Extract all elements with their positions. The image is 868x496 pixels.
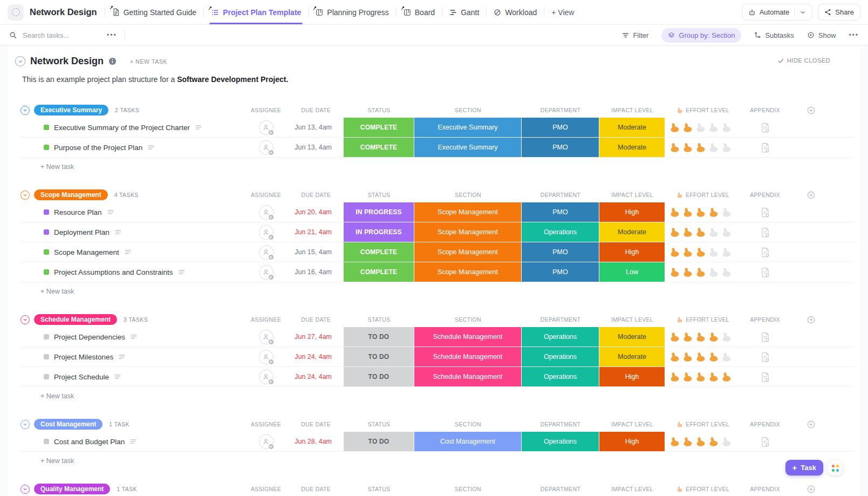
section-value[interactable]: Schedule Management <box>414 327 521 346</box>
status-value[interactable]: COMPLETE <box>344 138 414 157</box>
due-date[interactable]: Jun 13, 4am <box>284 144 332 151</box>
department-value[interactable]: PMO <box>522 202 599 222</box>
section-value[interactable]: Scope Management <box>414 242 521 262</box>
section-value[interactable]: Schedule Management <box>414 367 521 386</box>
due-date[interactable]: Jun 27, 4am <box>284 333 332 341</box>
department-value[interactable]: Operations <box>522 432 599 451</box>
task-status-square[interactable] <box>44 209 49 215</box>
tab-project-plan-template[interactable]: Project Plan Template <box>204 0 308 24</box>
section-value[interactable]: Executive Summary <box>414 118 521 137</box>
group-collapse-chevron[interactable] <box>20 315 30 324</box>
tab-board[interactable]: Board <box>397 0 442 24</box>
assignee-add-button[interactable]: + <box>259 265 274 280</box>
hide-closed-toggle[interactable]: HIDE CLOSED <box>778 57 830 64</box>
task-status-square[interactable] <box>44 229 49 235</box>
assignee-add-button[interactable]: + <box>259 370 274 384</box>
due-date[interactable]: Jun 21, 4am <box>284 228 332 236</box>
tab-gantt[interactable]: Gantt <box>442 0 486 24</box>
tab-workload[interactable]: Workload <box>487 0 544 24</box>
impact-level-value[interactable]: Moderate <box>599 138 665 157</box>
impact-level-value[interactable]: Moderate <box>599 118 665 137</box>
task-name[interactable]: Cost and Budget Plan <box>54 438 125 446</box>
task-name[interactable]: Executive Summary of the Project Charter <box>54 124 190 132</box>
group-collapse-chevron[interactable] <box>20 420 30 429</box>
appendix-attachment-icon[interactable] <box>741 207 789 218</box>
department-value[interactable]: PMO <box>522 242 599 262</box>
due-date[interactable]: Jun 16, 4am <box>284 268 332 276</box>
task-description-icon[interactable] <box>129 438 137 445</box>
task-name[interactable]: Project Schedule <box>54 373 109 381</box>
new-task-top-button[interactable]: + NEW TASK <box>130 58 167 65</box>
task-status-square[interactable] <box>44 269 49 275</box>
status-value[interactable]: COMPLETE <box>344 118 414 137</box>
task-status-square[interactable] <box>44 354 49 359</box>
effort-level-value[interactable] <box>665 331 741 343</box>
appendix-attachment-icon[interactable] <box>741 437 789 447</box>
status-value[interactable]: IN PROGRESS <box>344 222 414 242</box>
toolbar-more-button[interactable]: ••• <box>849 31 859 39</box>
task-description-icon[interactable] <box>130 333 138 341</box>
group-pill[interactable]: Executive Summary <box>34 105 108 115</box>
task-name[interactable]: Purpose of the Project Plan <box>54 144 142 152</box>
task-name[interactable]: Scope Management <box>54 248 119 256</box>
task-description-icon[interactable] <box>195 124 202 131</box>
task-name[interactable]: Project Dependencies <box>54 333 125 341</box>
status-value[interactable]: TO DO <box>344 432 414 451</box>
status-value[interactable]: TO DO <box>344 327 414 346</box>
impact-level-value[interactable]: High <box>599 367 665 386</box>
appendix-attachment-icon[interactable] <box>741 372 789 382</box>
task-status-square[interactable] <box>44 374 49 379</box>
group-pill[interactable]: Scope Management <box>34 189 108 200</box>
group-collapse-chevron[interactable] <box>20 106 30 115</box>
effort-level-value[interactable] <box>665 351 741 363</box>
search-box[interactable] <box>9 31 92 40</box>
task-status-square[interactable] <box>44 145 49 150</box>
add-column-icon[interactable] <box>804 485 817 493</box>
status-value[interactable]: IN PROGRESS <box>344 202 414 222</box>
department-value[interactable]: Operations <box>522 367 599 386</box>
assignee-add-button[interactable]: + <box>259 350 274 364</box>
task-name[interactable]: Deployment Plan <box>54 228 110 236</box>
appendix-attachment-icon[interactable] <box>741 352 789 362</box>
panel-collapse-chevron[interactable] <box>15 56 25 66</box>
effort-level-value[interactable] <box>665 142 741 153</box>
task-name[interactable]: Resource Plan <box>54 208 102 216</box>
show-button[interactable]: Show <box>807 31 836 39</box>
assignee-add-button[interactable]: + <box>259 245 274 260</box>
due-date[interactable]: Jun 20, 4am <box>284 208 332 216</box>
impact-level-value[interactable]: High <box>599 202 665 222</box>
group-pill[interactable]: Quality Management <box>34 484 110 494</box>
new-task-button[interactable]: + New task <box>20 454 855 467</box>
department-value[interactable]: Operations <box>522 347 599 366</box>
assignee-add-button[interactable]: + <box>259 140 274 155</box>
task-description-icon[interactable] <box>124 248 132 256</box>
effort-level-value[interactable] <box>665 207 741 218</box>
help-button[interactable] <box>828 460 843 475</box>
status-value[interactable]: COMPLETE <box>344 262 414 282</box>
effort-level-value[interactable] <box>665 247 741 258</box>
assignee-add-button[interactable]: + <box>259 330 274 344</box>
task-description-icon[interactable] <box>178 268 186 276</box>
section-value[interactable]: Executive Summary <box>414 138 521 157</box>
task-status-square[interactable] <box>44 249 49 255</box>
effort-level-value[interactable] <box>665 436 741 447</box>
chevron-down-icon[interactable] <box>799 9 806 16</box>
search-input[interactable] <box>22 31 92 40</box>
task-description-icon[interactable] <box>107 208 114 216</box>
effort-level-value[interactable] <box>665 267 741 278</box>
new-task-button[interactable]: + New task <box>20 160 855 173</box>
task-name[interactable]: Project Assumptions and Constraints <box>54 268 173 276</box>
group-collapse-chevron[interactable] <box>20 485 30 494</box>
task-status-square[interactable] <box>44 439 49 444</box>
task-name[interactable]: Project Milestones <box>54 353 113 361</box>
filter-button[interactable]: Filter <box>622 31 648 39</box>
section-value[interactable]: Cost Management <box>414 432 521 451</box>
share-button[interactable]: Share <box>818 4 860 21</box>
impact-level-value[interactable]: Moderate <box>599 222 665 242</box>
effort-level-value[interactable] <box>665 371 741 383</box>
workspace-icon[interactable] <box>8 4 24 21</box>
add-task-fab[interactable]: + Task <box>785 460 823 475</box>
impact-level-value[interactable]: High <box>599 432 665 451</box>
department-value[interactable]: Operations <box>522 222 599 242</box>
group-collapse-chevron[interactable] <box>20 191 30 200</box>
